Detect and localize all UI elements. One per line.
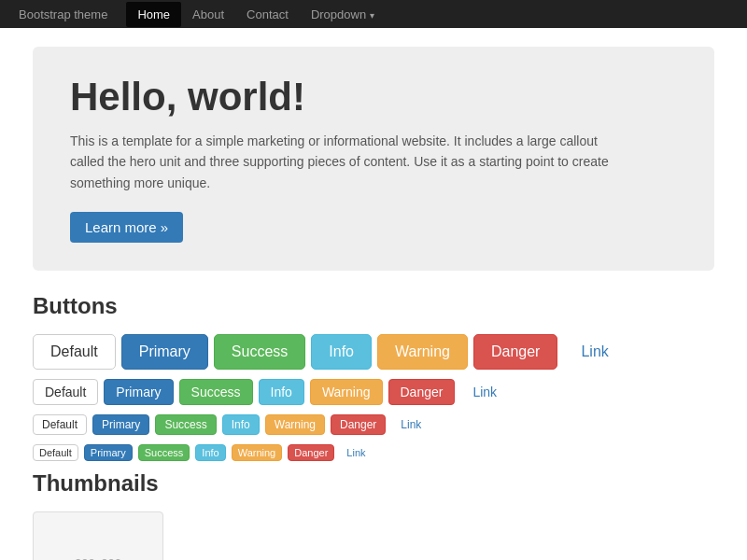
main-container: Hello, world! This is a template for a s… (19, 28, 728, 560)
btn-link-lg[interactable]: Link (563, 334, 626, 370)
nav-item-about[interactable]: About (181, 2, 235, 27)
btn-info-md[interactable]: Info (259, 379, 304, 405)
button-row-sm: Default Primary Success Info Warning Dan… (33, 414, 714, 435)
btn-success-lg[interactable]: Success (214, 334, 305, 370)
thumbnails-title: Thumbnails (33, 470, 714, 497)
navbar-brand[interactable]: Bootstrap theme (19, 7, 107, 21)
buttons-section: Buttons Default Primary Success Info War… (33, 293, 714, 461)
learn-more-button[interactable]: Learn more » (70, 212, 183, 243)
btn-link-sm[interactable]: Link (391, 414, 430, 435)
button-row-md: Default Primary Success Info Warning Dan… (33, 379, 714, 405)
nav-link-dropdown[interactable]: Dropdown ▾ (300, 2, 386, 27)
nav-item-home[interactable]: Home (126, 2, 181, 27)
btn-danger-lg[interactable]: Danger (473, 334, 557, 370)
btn-warning-xs[interactable]: Warning (232, 444, 283, 461)
btn-primary-xs[interactable]: Primary (84, 444, 133, 461)
button-row-lg: Default Primary Success Info Warning Dan… (33, 334, 714, 370)
thumbnails-section: Thumbnails 200x200 (33, 470, 714, 560)
nav-item-contact[interactable]: Contact (235, 2, 300, 27)
btn-link-xs[interactable]: Link (340, 444, 372, 461)
btn-danger-sm[interactable]: Danger (331, 414, 386, 435)
button-row-xs: Default Primary Success Info Warning Dan… (33, 444, 714, 461)
nav-item-dropdown[interactable]: Dropdown ▾ (300, 2, 386, 27)
btn-default-md[interactable]: Default (33, 379, 98, 405)
btn-primary-lg[interactable]: Primary (121, 334, 208, 370)
btn-link-md[interactable]: Link (460, 379, 509, 405)
hero-heading: Hello, world! (70, 75, 677, 119)
chevron-down-icon: ▾ (370, 10, 374, 21)
btn-danger-xs[interactable]: Danger (288, 444, 334, 461)
thumbnail-item[interactable]: 200x200 (33, 511, 163, 560)
navbar-nav: Home About Contact Dropdown ▾ (126, 2, 385, 27)
btn-default-lg[interactable]: Default (33, 334, 116, 370)
btn-info-xs[interactable]: Info (195, 444, 225, 461)
btn-info-lg[interactable]: Info (311, 334, 372, 370)
btn-info-sm[interactable]: Info (222, 414, 260, 435)
btn-default-xs[interactable]: Default (33, 444, 78, 461)
nav-link-about[interactable]: About (181, 2, 235, 27)
nav-link-home[interactable]: Home (126, 2, 181, 27)
btn-success-sm[interactable]: Success (155, 414, 216, 435)
btn-danger-md[interactable]: Danger (388, 379, 456, 405)
btn-warning-md[interactable]: Warning (310, 379, 383, 405)
btn-primary-md[interactable]: Primary (104, 379, 173, 405)
hero-body: This is a template for a simple marketin… (70, 131, 630, 193)
thumbnail-label: 200x200 (75, 556, 121, 560)
btn-warning-sm[interactable]: Warning (265, 414, 325, 435)
navbar: Bootstrap theme Home About Contact Dropd… (0, 0, 747, 28)
buttons-title: Buttons (33, 293, 714, 319)
btn-success-md[interactable]: Success (179, 379, 253, 405)
btn-primary-sm[interactable]: Primary (92, 414, 149, 435)
nav-link-contact[interactable]: Contact (235, 2, 300, 27)
btn-default-sm[interactable]: Default (33, 414, 87, 435)
btn-warning-lg[interactable]: Warning (377, 334, 468, 370)
btn-success-xs[interactable]: Success (138, 444, 190, 461)
jumbotron: Hello, world! This is a template for a s… (33, 47, 714, 271)
